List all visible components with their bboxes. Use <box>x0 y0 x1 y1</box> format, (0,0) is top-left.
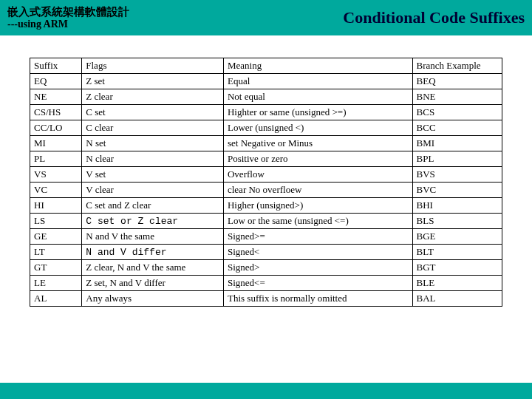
table-row: NEZ clearNot equalBNE <box>30 89 502 105</box>
table-cell: CC/LO <box>30 120 82 136</box>
slide-title: Conditional Code Suffixes <box>343 8 525 27</box>
slide-content: Suffix Flags Meaning Branch Example EQZ … <box>0 35 532 307</box>
table-cell: clear No overfloew <box>223 183 412 198</box>
suffix-table: Suffix Flags Meaning Branch Example EQZ … <box>30 58 502 307</box>
table-row: VSV setOverflowBVS <box>30 167 502 183</box>
slide-header: 嵌入式系統架構軟體設計 ---using ARM Conditional Cod… <box>0 0 532 35</box>
table-cell: Signed< <box>223 245 412 260</box>
table-cell: VC <box>30 183 82 198</box>
table-cell: HI <box>30 198 82 214</box>
table-cell: set Negative or Minus <box>223 136 412 151</box>
table-cell: BLS <box>412 214 502 229</box>
table-cell: Z clear, N and V the same <box>82 260 224 276</box>
table-cell: N set <box>82 136 224 151</box>
th-branch: Branch Example <box>412 58 502 74</box>
header-left: 嵌入式系統架構軟體設計 ---using ARM <box>7 6 129 30</box>
table-cell: Z clear <box>82 89 224 105</box>
table-cell: BLE <box>412 276 502 291</box>
table-cell: C clear <box>82 120 224 136</box>
table-cell: N and V the same <box>82 229 224 245</box>
table-header-row: Suffix Flags Meaning Branch Example <box>30 58 502 74</box>
table-cell: BAL <box>412 291 502 307</box>
table-row: HIC set and Z clearHigher (unsigned>)BHI <box>30 198 502 214</box>
table-cell: Not equal <box>223 89 412 105</box>
table-cell: Lower (unsigned <) <box>223 120 412 136</box>
table-cell: BCC <box>412 120 502 136</box>
course-subtitle: ---using ARM <box>7 18 129 30</box>
table-row: GTZ clear, N and V the sameSigned>BGT <box>30 260 502 276</box>
table-cell: C set and Z clear <box>82 198 224 214</box>
table-row: EQZ setEqualBEQ <box>30 74 502 89</box>
table-cell: BLT <box>412 245 502 260</box>
table-cell: MI <box>30 136 82 151</box>
table-row: MIN setset Negative or MinusBMI <box>30 136 502 151</box>
table-cell: V clear <box>82 183 224 198</box>
table-row: CS/HSC setHighter or same (unsigned >=)B… <box>30 105 502 120</box>
table-cell: EQ <box>30 74 82 89</box>
table-cell: BGT <box>412 260 502 276</box>
table-row: LEZ set, N and V differSigned<=BLE <box>30 276 502 291</box>
table-cell: BMI <box>412 136 502 151</box>
table-cell: GE <box>30 229 82 245</box>
table-cell: GT <box>30 260 82 276</box>
table-cell: NE <box>30 89 82 105</box>
table-cell: This suffix is normally omitted <box>223 291 412 307</box>
course-title-cn: 嵌入式系統架構軟體設計 <box>7 6 129 18</box>
table-row: VCV clearclear No overfloewBVC <box>30 183 502 198</box>
table-cell: Signed<= <box>223 276 412 291</box>
table-cell: Z set <box>82 74 224 89</box>
table-cell: Higher (unsigned>) <box>223 198 412 214</box>
table-cell: Positive or zero <box>223 151 412 167</box>
table-row: LTN and V differSigned<BLT <box>30 245 502 260</box>
table-cell: N clear <box>82 151 224 167</box>
table-cell: BEQ <box>412 74 502 89</box>
table-row: PLN clearPositive or zeroBPL <box>30 151 502 167</box>
table-cell: CS/HS <box>30 105 82 120</box>
table-cell: Overflow <box>223 167 412 183</box>
table-cell: BHI <box>412 198 502 214</box>
table-cell: BPL <box>412 151 502 167</box>
table-cell: V set <box>82 167 224 183</box>
table-cell: Equal <box>223 74 412 89</box>
th-flags: Flags <box>82 58 224 74</box>
table-cell: Signed>= <box>223 229 412 245</box>
slide-footer <box>0 383 532 399</box>
table-cell: BVS <box>412 167 502 183</box>
table-cell: BGE <box>412 229 502 245</box>
th-suffix: Suffix <box>30 58 82 74</box>
table-cell: Low or the same (unsigned <=) <box>223 214 412 229</box>
table-cell: BNE <box>412 89 502 105</box>
table-cell: BCS <box>412 105 502 120</box>
table-cell: Z set, N and V differ <box>82 276 224 291</box>
table-cell: Any always <box>82 291 224 307</box>
table-cell: BVC <box>412 183 502 198</box>
table-row: GEN and V the sameSigned>=BGE <box>30 229 502 245</box>
th-meaning: Meaning <box>223 58 412 74</box>
table-cell: AL <box>30 291 82 307</box>
table-row: CC/LOC clearLower (unsigned <)BCC <box>30 120 502 136</box>
table-row: ALAny alwaysThis suffix is normally omit… <box>30 291 502 307</box>
table-cell: C set or Z clear <box>82 214 224 229</box>
table-cell: PL <box>30 151 82 167</box>
table-cell: C set <box>82 105 224 120</box>
table-cell: LS <box>30 214 82 229</box>
table-cell: LT <box>30 245 82 260</box>
table-cell: LE <box>30 276 82 291</box>
table-cell: N and V differ <box>82 245 224 260</box>
table-cell: Highter or same (unsigned >=) <box>223 105 412 120</box>
table-cell: VS <box>30 167 82 183</box>
table-cell: Signed> <box>223 260 412 276</box>
table-row: LSC set or Z clearLow or the same (unsig… <box>30 214 502 229</box>
